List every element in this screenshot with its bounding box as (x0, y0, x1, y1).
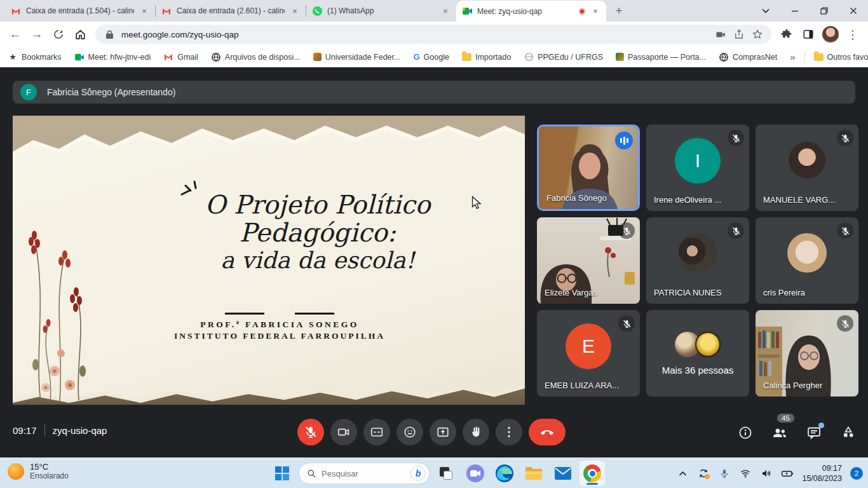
participant-tile-patricia[interactable]: PATRICIA NUNES (646, 217, 749, 304)
lock-icon (103, 28, 116, 41)
tray-chevron-up-icon[interactable] (676, 467, 689, 480)
slide-title-line: O Projeto Político (159, 191, 477, 219)
bookmark-item[interactable]: Gmail (163, 52, 198, 62)
participant-tile-emeb[interactable]: E EMEB LUIZA ARA... (537, 310, 640, 396)
activities-icon[interactable] (840, 424, 857, 441)
participants-icon[interactable]: 45 (771, 424, 788, 441)
clock[interactable]: 09:17 15/08/2023 (802, 463, 842, 484)
bookmark-item[interactable]: ComprasNet (719, 52, 777, 62)
search-icon (307, 469, 316, 478)
participant-tile-elizete[interactable]: Elizete Vargas (537, 217, 640, 304)
tab-close-icon[interactable]: × (139, 6, 149, 16)
slide-footer: PROF.ª FABRICIA SONEGO INSTITUTO FEDERAL… (121, 313, 438, 341)
chat-icon[interactable] (806, 424, 822, 441)
whatsapp-icon (312, 6, 322, 16)
camera-button[interactable] (330, 419, 357, 445)
camera-in-use-icon[interactable] (714, 28, 727, 41)
bing-icon[interactable]: b (410, 466, 426, 481)
new-tab-button[interactable]: + (610, 2, 628, 20)
notification-count-badge[interactable]: 2 (850, 467, 863, 480)
tab-close-icon[interactable]: × (440, 6, 451, 16)
more-options-button[interactable] (496, 419, 522, 445)
mail-button[interactable] (550, 461, 576, 486)
more-participants-tile[interactable]: Mais 36 pessoas (646, 310, 749, 396)
mic-off-icon (728, 222, 744, 239)
search-input[interactable] (322, 469, 398, 478)
restore-button[interactable] (810, 0, 839, 22)
edge-browser-button[interactable] (492, 461, 517, 486)
info-icon[interactable] (737, 424, 754, 441)
task-view-button[interactable] (433, 461, 459, 486)
file-explorer-button[interactable] (521, 461, 546, 486)
home-icon[interactable] (70, 24, 90, 44)
bookmark-item[interactable]: Universidade Feder... (313, 53, 401, 62)
bookmarks-overflow-chevron[interactable]: » (790, 51, 795, 62)
end-call-button[interactable] (529, 419, 566, 445)
other-favorites-folder[interactable]: Outros favoritos (814, 53, 868, 62)
participant-tile-manuele[interactable]: MANUELE VARG... (756, 125, 858, 211)
weather-widget[interactable]: 15°C Ensolarado (8, 462, 69, 480)
tab-meet-active[interactable]: Meet: zyq-usio-qap × (456, 1, 606, 22)
chrome-button[interactable] (580, 461, 605, 486)
share-icon[interactable] (733, 28, 745, 41)
tab-close-icon[interactable]: × (290, 6, 300, 16)
taskbar-center: b (269, 461, 605, 486)
participant-tile-cris[interactable]: cris Pereira (756, 217, 858, 304)
avatar-initial: E (582, 336, 595, 357)
participants-grid: Fabricia Sônego I Irene deOliveira ... M… (537, 125, 858, 396)
stacked-avatars (675, 332, 721, 357)
browser-menu-icon[interactable]: ⋮ (843, 24, 863, 44)
google-g-icon: G (413, 52, 419, 62)
bookmark-item[interactable]: Passaporte — Porta... (616, 53, 706, 62)
mic-off-button[interactable] (297, 419, 324, 445)
profile-avatar[interactable] (822, 26, 839, 43)
participant-tile-fabricia[interactable]: Fabricia Sônego (537, 125, 640, 211)
tab-gmail-1[interactable]: Caixa de entrada (1.504) - calinca × (5, 1, 155, 22)
participant-tile-irene[interactable]: I Irene deOliveira ... (646, 125, 749, 211)
taskbar-search[interactable]: b (299, 463, 430, 484)
window-controls (751, 0, 868, 22)
participant-tile-calinca[interactable]: Calinca Pergher (756, 310, 858, 396)
presenter-avatar: F (20, 84, 37, 100)
sync-status-icon[interactable] (697, 467, 710, 480)
microphone-tray-icon[interactable] (718, 467, 731, 480)
minimize-button[interactable] (780, 0, 810, 22)
tab-gmail-2[interactable]: Caixa de entrada (2.601) - calinca × (156, 1, 306, 22)
tab-whatsapp[interactable]: (1) WhatsApp × (306, 1, 456, 22)
extensions-icon[interactable] (776, 24, 797, 44)
slide-author: PROF.ª FABRICIA SONEGO (121, 320, 438, 330)
bookmark-item[interactable]: Arquivos de disposi... (211, 52, 301, 62)
side-panel-icon[interactable] (798, 24, 818, 44)
bookmark-item[interactable]: ★Bookmarks (8, 52, 62, 62)
present-button[interactable] (430, 419, 456, 445)
globe-icon (211, 52, 221, 62)
reactions-button[interactable] (397, 419, 423, 445)
raise-hand-button[interactable] (463, 419, 489, 445)
address-bar[interactable]: meet.google.com/zyq-usio-qap (95, 25, 771, 44)
bookmark-item[interactable]: Importado (462, 53, 511, 62)
forward-icon[interactable]: → (27, 24, 47, 44)
avatar (695, 332, 721, 357)
meeting-code: zyq-usio-qap (53, 425, 107, 436)
volume-icon[interactable] (760, 467, 773, 480)
bookmark-item[interactable]: Meet: hfw-jtnv-edi (74, 52, 151, 62)
back-icon[interactable]: ← (5, 24, 25, 44)
bookmark-item[interactable]: PPGEdu / UFRGS (524, 52, 603, 62)
tab-close-icon[interactable]: × (590, 6, 600, 17)
gmail-icon (163, 52, 173, 62)
tab-search-chevron-icon[interactable] (751, 0, 780, 22)
divider (44, 424, 45, 437)
start-button[interactable] (269, 461, 295, 486)
teams-chat-button[interactable] (463, 461, 488, 486)
captions-button[interactable] (363, 419, 390, 445)
shared-presentation[interactable]: O Projeto Político Pedagógico: a vida da… (13, 116, 525, 405)
browser-toolbar: ← → meet.google.com/zyq-usio-qap ⋮ (0, 22, 868, 47)
wifi-icon[interactable] (739, 467, 752, 480)
bookmark-star-icon[interactable] (751, 28, 764, 41)
slide-title: O Projeto Político Pedagógico: a vida da… (159, 191, 477, 274)
reload-icon[interactable] (48, 24, 69, 44)
bookmark-item[interactable]: GGoogle (413, 52, 449, 62)
battery-icon[interactable] (781, 467, 794, 480)
close-window-button[interactable] (839, 0, 868, 22)
url-text[interactable]: meet.google.com/zyq-usio-qap (121, 30, 709, 39)
